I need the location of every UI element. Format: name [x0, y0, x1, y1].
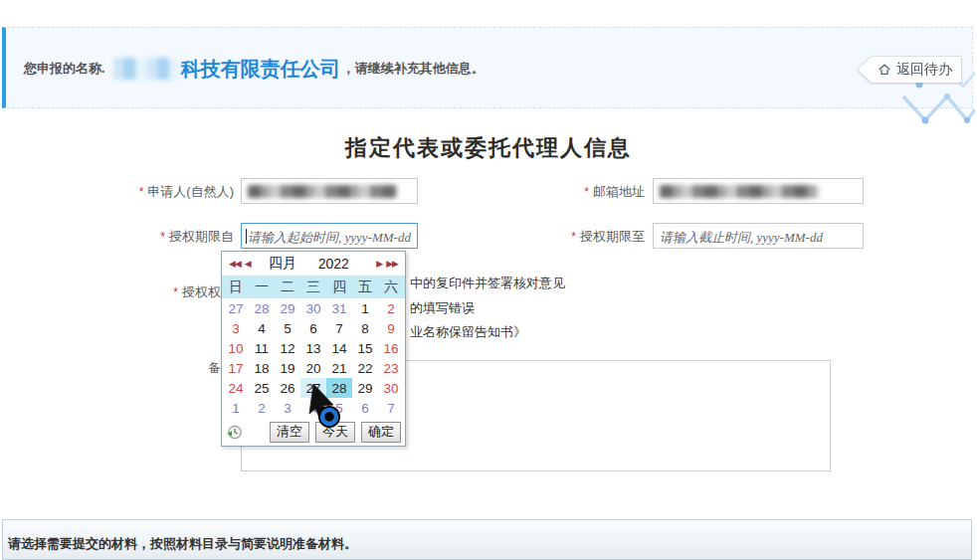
time-picker-icon[interactable]: [226, 424, 243, 441]
calendar-day-header: 四: [332, 279, 346, 296]
calendar-day-cell[interactable]: 16: [378, 338, 404, 358]
calendar-day-cell[interactable]: 6: [300, 318, 326, 338]
calendar-day-cell[interactable]: 30: [378, 378, 404, 398]
auth-to-input[interactable]: 请输入截止时间, yyyy-MM-dd: [653, 223, 864, 249]
notification-banner: 您申报的名称. 科技有限责任公司 ，请继续补充其他信息。: [2, 27, 973, 108]
calendar-day-cell[interactable]: 17: [223, 358, 249, 378]
calendar-clear-button[interactable]: 清空: [270, 422, 309, 443]
calendar-day-header: 日: [229, 279, 243, 296]
calendar-day-cell[interactable]: 5: [326, 398, 352, 418]
calendar-day-cell[interactable]: 7: [378, 398, 404, 418]
applicant-label: *申请人(自然人): [60, 183, 234, 201]
next-year-button[interactable]: ▶▶: [384, 259, 400, 269]
auth-scope-option-fragment: 的填写错误: [410, 299, 475, 317]
calendar-day-cell[interactable]: 26: [275, 378, 300, 398]
calendar-day-cell[interactable]: 4: [300, 398, 326, 418]
calendar-day-cell[interactable]: 2: [249, 398, 275, 418]
calendar-day-cell[interactable]: 8: [352, 318, 378, 338]
calendar-month-select[interactable]: 四月: [269, 255, 296, 273]
applicant-value-redacted: [248, 185, 397, 198]
calendar-day-cell[interactable]: 28: [326, 378, 352, 398]
company-name-redacted: [113, 58, 179, 80]
calendar-day-header: 二: [281, 279, 294, 296]
calendar-year-select[interactable]: 2022: [318, 256, 349, 272]
required-mark: *: [139, 185, 144, 199]
calendar-day-header: 五: [358, 279, 372, 296]
calendar-day-cell[interactable]: 21: [326, 358, 352, 378]
calendar-day-cell[interactable]: 20: [300, 358, 326, 378]
back-button-label: 返回待办: [896, 61, 952, 79]
calendar-day-header: 六: [384, 279, 398, 296]
calendar-footer: 清空 今天 确定: [222, 418, 405, 446]
required-mark: *: [571, 230, 576, 244]
calendar-day-header: 三: [306, 279, 320, 296]
auth-scope-label: *授权权限: [60, 283, 234, 301]
required-mark: *: [160, 230, 165, 244]
calendar-day-cell[interactable]: 12: [275, 338, 300, 358]
calendar-day-cell[interactable]: 19: [275, 358, 300, 378]
calendar-day-cell[interactable]: 28: [249, 298, 275, 318]
calendar-day-cell[interactable]: 6: [352, 398, 378, 418]
calendar-ok-button[interactable]: 确定: [361, 422, 401, 443]
auth-from-placeholder: 请输入起始时间, yyyy-MM-dd: [248, 229, 411, 247]
email-label: *邮箱地址: [517, 183, 645, 201]
calendar-today-button[interactable]: 今天: [315, 422, 355, 443]
materials-instruction-text: 请选择需要提交的材料，按照材料目录与简要说明准备材料。: [8, 535, 357, 553]
calendar-day-cell[interactable]: 30: [300, 298, 326, 318]
calendar-day-cell[interactable]: 7: [326, 318, 352, 338]
calendar-day-cell[interactable]: 1: [352, 298, 378, 318]
required-mark: *: [173, 285, 178, 299]
calendar-day-cell[interactable]: 27: [223, 298, 249, 318]
calendar-day-cell[interactable]: 23: [378, 358, 404, 378]
calendar-day-cell[interactable]: 31: [326, 298, 352, 318]
banner-suffix: ，请继续补充其他信息。: [342, 60, 485, 78]
calendar-day-cell[interactable]: 11: [249, 338, 275, 358]
remark-label: 备注: [60, 359, 234, 377]
calendar-day-cell[interactable]: 14: [326, 338, 352, 358]
banner-message: 您申报的名称. 科技有限责任公司 ，请继续补充其他信息。: [24, 28, 485, 109]
calendar-day-cell[interactable]: 1: [223, 398, 249, 418]
calendar-day-cell[interactable]: 10: [223, 338, 249, 358]
back-to-todo-button[interactable]: 返回待办: [858, 57, 961, 83]
calendar-day-cell[interactable]: 4: [249, 318, 275, 338]
calendar-day-header: 一: [255, 279, 269, 296]
auth-scope-option-fragment: 中的复印件并签署核对意见: [410, 275, 565, 292]
materials-instruction-bar: 请选择需要提交的材料，按照材料目录与简要说明准备材料。: [2, 519, 972, 560]
date-picker-popup: ◀◀ ◀ 四月 2022 ▶ ▶▶ 日一二三四五六 27282930311234…: [221, 251, 406, 447]
calendar-day-cell[interactable]: 18: [249, 358, 275, 378]
calendar-day-cell[interactable]: 2: [378, 298, 404, 318]
prev-year-button[interactable]: ◀◀: [227, 259, 243, 269]
required-mark: *: [584, 185, 589, 199]
calendar-day-cell[interactable]: 3: [223, 318, 249, 338]
calendar-day-cell[interactable]: 25: [249, 378, 275, 398]
auth-scope-option-fragment: 业名称保留告知书》: [410, 323, 526, 341]
auth-from-label: *授权期限自: [60, 228, 234, 246]
home-icon: [878, 63, 891, 77]
calendar-day-headers: 日一二三四五六: [222, 276, 405, 298]
text-caret: [246, 229, 247, 244]
calendar-day-cell[interactable]: 22: [352, 358, 378, 378]
next-month-button[interactable]: ▶: [374, 259, 384, 269]
page-title: 指定代表或委托代理人信息: [0, 133, 977, 163]
email-value-redacted: [660, 185, 819, 198]
auth-from-input[interactable]: 请输入起始时间, yyyy-MM-dd: [241, 223, 418, 249]
calendar-day-cell[interactable]: 9: [378, 318, 404, 338]
calendar-day-cell[interactable]: 29: [352, 378, 378, 398]
calendar-day-cell[interactable]: 5: [275, 318, 300, 338]
applicant-input[interactable]: [241, 178, 418, 204]
auth-to-label: *授权期限至: [517, 228, 645, 246]
calendar-day-cell[interactable]: 27: [300, 378, 326, 398]
calendar-day-cell[interactable]: 15: [352, 338, 378, 358]
calendar-grid: 2728293031123456789101112131415161718192…: [222, 298, 405, 418]
banner-prefix: 您申报的名称.: [24, 60, 105, 78]
calendar-day-cell[interactable]: 29: [275, 298, 300, 318]
calendar-day-cell[interactable]: 13: [300, 338, 326, 358]
email-input[interactable]: [653, 178, 864, 204]
calendar-day-cell[interactable]: 24: [223, 378, 249, 398]
calendar-day-cell[interactable]: 3: [275, 398, 300, 418]
auth-to-placeholder: 请输入截止时间, yyyy-MM-dd: [660, 229, 823, 247]
company-name: 科技有限责任公司: [181, 56, 340, 83]
calendar-header: ◀◀ ◀ 四月 2022 ▶ ▶▶: [222, 252, 405, 276]
prev-month-button[interactable]: ◀: [243, 259, 253, 269]
